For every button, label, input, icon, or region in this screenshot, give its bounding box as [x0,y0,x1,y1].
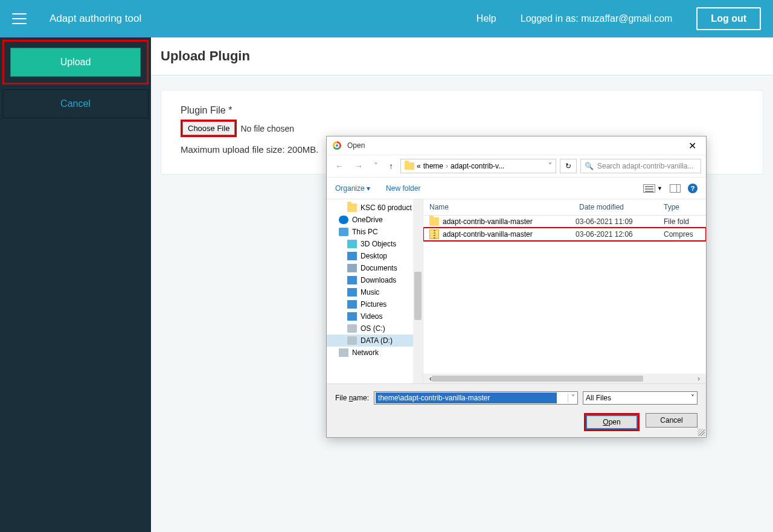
breadcrumb-prefix: « [417,162,421,170]
top-bar: Adapt authoring tool Help Logged in as: … [0,0,773,37]
resize-grip[interactable] [698,429,705,436]
tree-item[interactable]: Videos [327,310,423,322]
help-icon[interactable]: ? [688,184,698,193]
zip-icon [429,229,439,239]
tree-item[interactable]: Desktop [327,250,423,262]
tree-item[interactable]: Music [327,286,423,298]
list-header: Name Date modified Type [423,199,706,216]
doc-icon [347,264,357,272]
tree-item[interactable]: Documents [327,262,423,274]
file-type: File fold [664,217,700,226]
folder-icon [347,204,357,212]
page-title: Upload Plugin [151,37,773,75]
tree-item-label: Videos [361,312,382,321]
cloud-icon [339,216,348,224]
choose-file-button[interactable]: Choose File [182,121,235,135]
breadcrumb-part-1[interactable]: theme [423,162,443,170]
scroll-right-icon[interactable]: › [698,374,700,383]
upload-button[interactable]: Upload [10,48,141,77]
upload-highlight: Upload [2,40,149,85]
folder-tree: KSC 60 productOneDriveThis PC3D ObjectsD… [327,199,423,383]
tree-item-label: OneDrive [352,216,383,224]
cancel-button[interactable]: Cancel [2,89,149,118]
tree-item[interactable]: Pictures [327,298,423,310]
dialog-toolbar: Organize ▾ New folder ▼ ? [327,178,706,199]
scroll-thumb[interactable] [432,376,643,382]
app-title: Adapt authoring tool [50,13,141,25]
desktop-icon [347,252,357,260]
file-date: 03-06-2021 11:09 [576,217,660,226]
address-bar[interactable]: « theme › adapt-contrib-v... ˅ [400,159,556,173]
folder-icon [429,217,439,226]
sidebar: Upload Cancel [0,37,151,532]
music-icon [347,288,357,296]
drive-icon [347,336,357,345]
open-button[interactable]: Open [586,415,638,429]
tree-item[interactable]: Network [327,347,423,359]
chevron-down-icon[interactable]: ˅ [568,394,577,402]
file-name-field[interactable]: ˅ [374,391,578,405]
search-placeholder: Search adapt-contrib-vanilla... [597,162,693,170]
tree-item[interactable]: Downloads [327,274,423,286]
chevron-down-icon: ▾ [367,184,370,193]
preview-pane-icon[interactable] [670,184,681,193]
tree-item[interactable]: 3D Objects [327,238,423,250]
tree-item-label: 3D Objects [361,240,396,248]
pic-icon [347,300,357,309]
chevron-down-icon: ▼ [657,185,662,191]
tree-item-label: Documents [361,264,397,272]
tree-item[interactable]: OneDrive [327,214,423,226]
tree-item-label: Downloads [361,276,396,284]
tree-item-label: Desktop [361,252,387,260]
close-icon[interactable]: ✕ [685,140,700,152]
file-name-label: File name: [335,394,369,402]
file-name-input[interactable] [376,393,557,403]
3d-icon [347,240,357,248]
logged-in-text: Logged in as: muzaffar@gmail.com [521,13,673,24]
recent-dropdown-icon[interactable]: ˅ [370,161,382,171]
help-link[interactable]: Help [476,13,496,24]
file-date: 03-06-2021 12:06 [576,230,660,239]
open-highlight: Open [584,413,640,431]
forward-icon: → [351,161,367,171]
tree-item-label: KSC 60 product [361,204,412,212]
dialog-title: Open [347,141,365,150]
back-icon[interactable]: ← [332,161,347,171]
organize-menu[interactable]: Organize ▾ [335,184,370,193]
drive-icon [347,324,357,333]
scroll-thumb[interactable] [414,272,422,320]
list-view-icon [643,184,655,193]
file-row[interactable]: adapt-contrib-vanilla-master03-06-2021 1… [423,228,706,241]
chevron-down-icon[interactable]: ˅ [548,162,552,170]
tree-item[interactable]: DATA (D:) [327,335,423,347]
logout-button[interactable]: Log out [696,7,761,30]
file-type-filter[interactable]: All Files ˅ [583,391,698,405]
breadcrumb-part-2[interactable]: adapt-contrib-v... [451,162,504,170]
dialog-nav-row: ← → ˅ ↑ « theme › adapt-contrib-v... ˅ ↻… [327,155,706,178]
menu-icon[interactable] [12,13,27,24]
tree-item[interactable]: OS (C:) [327,322,423,335]
search-input[interactable]: 🔍 Search adapt-contrib-vanilla... [580,159,701,173]
file-name: adapt-contrib-vanilla-master [443,230,533,239]
refresh-button[interactable]: ↻ [560,159,577,173]
col-date[interactable]: Date modified [579,203,664,211]
tree-item-label: DATA (D:) [361,336,393,345]
dialog-cancel-button[interactable]: Cancel [646,413,698,428]
up-icon[interactable]: ↑ [385,161,397,171]
no-file-text: No file chosen [240,124,294,133]
file-open-dialog: Open ✕ ← → ˅ ↑ « theme › adapt-contrib-v… [326,136,707,438]
tree-item-label: OS (C:) [361,324,385,333]
choose-file-highlight: Choose File [181,120,237,137]
new-folder-button[interactable]: New folder [386,184,420,193]
tree-item[interactable]: KSC 60 product [327,202,423,214]
horizontal-scrollbar[interactable]: ‹ › [423,374,706,383]
tree-item-label: Pictures [361,300,386,309]
tree-item[interactable]: This PC [327,226,423,238]
view-options-button[interactable]: ▼ [643,184,662,193]
tree-item-label: Network [352,348,379,357]
tree-scrollbar[interactable] [413,199,423,383]
col-type[interactable]: Type [664,203,700,211]
col-name[interactable]: Name [429,203,579,211]
file-list: Name Date modified Type adapt-contrib-va… [423,199,706,383]
file-row[interactable]: adapt-contrib-vanilla-master03-06-2021 1… [423,216,706,228]
